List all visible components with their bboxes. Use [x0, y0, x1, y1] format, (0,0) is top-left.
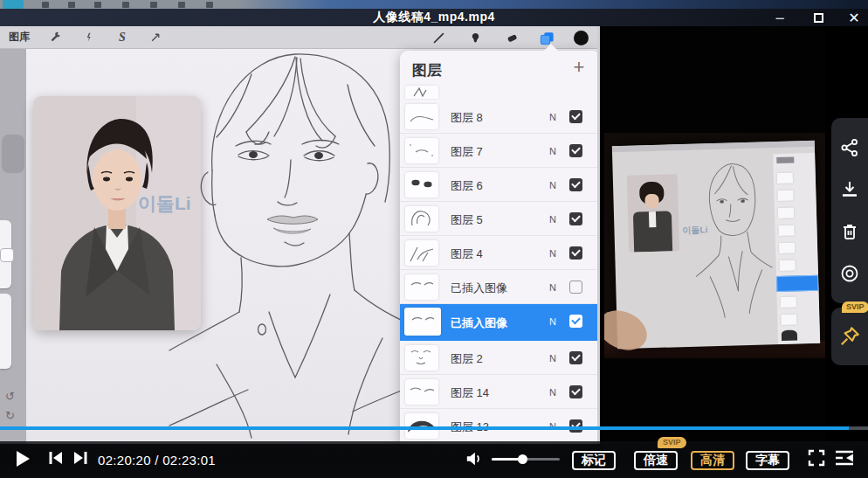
layer-name: 图层 6	[451, 178, 483, 194]
record-icon[interactable]	[839, 263, 860, 284]
layer-blend-mode[interactable]: N	[549, 180, 556, 191]
layer-thumbnail[interactable]	[405, 138, 438, 163]
player-window: 人像线稿4_mp4.mp4 ─ ✕ 图库 S	[0, 0, 868, 478]
pip-selected-layer	[776, 275, 818, 292]
seek-bar[interactable]	[0, 426, 868, 430]
layer-thumbnail[interactable]	[405, 274, 438, 300]
layer-name: 图层 4	[451, 246, 483, 262]
fullscreen-icon[interactable]	[808, 449, 827, 468]
volume-knob[interactable]	[518, 454, 527, 464]
gallery-button[interactable]: 图库	[9, 30, 30, 45]
brush-opacity-slider[interactable]	[0, 294, 11, 369]
smudge-icon[interactable]	[469, 26, 482, 49]
layers-list: 图层 8N图层 7N图层 6N图层 5N图层 4N已插入图像N已插入图像N图层 …	[400, 100, 600, 444]
volume-slider[interactable]	[492, 458, 560, 461]
procreate-sidebar: ↺ ↻	[0, 49, 26, 444]
taskbar-icon	[42, 2, 49, 8]
previous-button[interactable]	[47, 449, 66, 468]
pin-svip-badge: SVIP	[842, 301, 868, 313]
layer-thumbnail[interactable]	[405, 240, 438, 266]
layer-thumbnail[interactable]	[405, 206, 438, 232]
color-swatch[interactable]	[574, 26, 589, 49]
layer-thumbnail-partial[interactable]	[405, 86, 438, 99]
layer-row[interactable]: 已插入图像N	[400, 270, 600, 304]
delete-icon[interactable]	[839, 221, 860, 242]
adjustments-icon[interactable]	[82, 31, 96, 45]
download-icon[interactable]	[839, 179, 860, 200]
layer-visibility-checkbox[interactable]	[569, 178, 582, 191]
layer-blend-mode[interactable]: N	[549, 146, 556, 156]
maximize-icon	[814, 13, 823, 23]
next-button[interactable]	[72, 449, 91, 468]
layer-visibility-checkbox[interactable]	[569, 212, 582, 225]
titlebar[interactable]: 人像线稿4_mp4.mp4	[0, 9, 868, 26]
window-title: 人像线稿4_mp4.mp4	[373, 10, 495, 25]
layer-blend-mode[interactable]: N	[549, 316, 556, 327]
layer-row[interactable]: 图层 14N	[400, 375, 600, 409]
redo-icon[interactable]: ↻	[5, 409, 15, 422]
layer-visibility-checkbox[interactable]	[569, 351, 582, 364]
layer-name: 图层 14	[451, 385, 489, 401]
layer-thumbnail[interactable]	[405, 172, 438, 197]
close-button[interactable]: ✕	[841, 9, 867, 26]
layer-name: 图层 5	[451, 212, 483, 228]
minimize-button[interactable]: ─	[767, 9, 793, 26]
layer-blend-mode[interactable]: N	[549, 214, 556, 225]
wrench-icon[interactable]	[49, 31, 63, 45]
layer-name: 图层 7	[451, 144, 483, 160]
taskbar-icon	[68, 2, 75, 8]
seek-bar-fill	[0, 426, 849, 430]
layer-row[interactable]: 图层 4N	[400, 236, 600, 270]
volume-icon[interactable]	[465, 450, 485, 469]
layer-row[interactable]: 图层 7N	[400, 134, 600, 168]
play-button[interactable]	[14, 449, 33, 468]
layer-thumbnail[interactable]	[405, 345, 438, 371]
layer-visibility-checkbox[interactable]	[569, 315, 582, 328]
selection-icon[interactable]: S	[115, 31, 129, 45]
pin-panel	[831, 308, 868, 365]
video-frame[interactable]: 图库 S	[0, 26, 868, 444]
layer-visibility-checkbox[interactable]	[569, 385, 582, 398]
layer-row-selected[interactable]: 已插入图像N	[400, 304, 600, 341]
speed-button[interactable]: 倍速	[634, 451, 678, 470]
taskbar-icon	[122, 2, 129, 8]
layer-blend-mode[interactable]: N	[549, 282, 556, 293]
brush-icon[interactable]	[432, 26, 445, 49]
layer-blend-mode[interactable]: N	[549, 387, 556, 398]
modify-button[interactable]	[0, 248, 14, 262]
layer-blend-mode[interactable]: N	[549, 112, 556, 122]
layer-visibility-checkbox[interactable]	[569, 144, 582, 157]
mark-button[interactable]: 标记	[572, 451, 616, 470]
time-display: 02:20:20 / 02:23:01	[98, 453, 216, 468]
layer-row[interactable]: 图层 2N	[400, 341, 600, 375]
share-icon[interactable]	[839, 137, 860, 158]
layer-visibility-checkbox[interactable]	[569, 110, 582, 123]
quality-button[interactable]: 高清	[691, 451, 734, 470]
sidebar-handle[interactable]	[2, 135, 24, 173]
subtitle-button[interactable]: 字幕	[746, 451, 789, 470]
layer-row[interactable]: 图层 5N	[400, 202, 600, 236]
pin-icon[interactable]	[838, 325, 861, 348]
screen-capture-view: 图库 S	[0, 26, 600, 444]
layer-row[interactable]: 图层 6N	[400, 168, 600, 202]
layer-blend-mode[interactable]: N	[549, 353, 556, 364]
layer-row[interactable]: 图层 8N	[400, 100, 600, 134]
layer-thumbnail[interactable]	[405, 379, 438, 405]
eraser-icon[interactable]	[506, 26, 519, 49]
playlist-icon[interactable]	[835, 449, 854, 468]
player-side-panel	[831, 118, 868, 303]
layer-blend-mode[interactable]: N	[549, 248, 556, 259]
layer-visibility-checkbox[interactable]	[569, 246, 582, 260]
pc-icon	[3, 0, 24, 9]
transform-icon[interactable]	[148, 31, 162, 45]
layer-thumbnail[interactable]	[404, 308, 441, 336]
line-art-sketch	[164, 48, 426, 444]
layer-name: 图层 2	[451, 351, 483, 367]
add-layer-button[interactable]: +	[568, 56, 589, 79]
layer-thumbnail[interactable]	[405, 104, 438, 129]
maximize-button[interactable]	[805, 9, 831, 26]
pip-sketch	[692, 157, 775, 334]
layer-visibility-checkbox[interactable]	[569, 281, 582, 294]
undo-icon[interactable]: ↺	[5, 390, 15, 403]
taskbar-icon	[150, 2, 157, 8]
